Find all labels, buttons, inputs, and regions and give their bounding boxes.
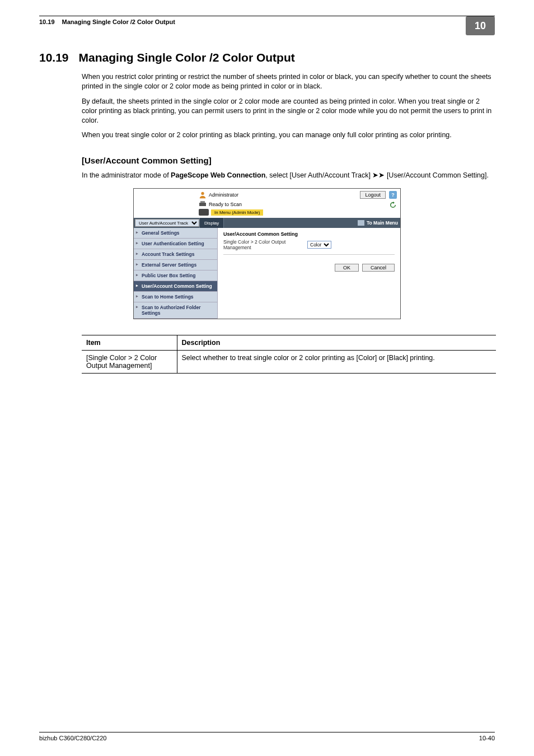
sidebar-item-general-settings[interactable]: General Settings [134, 228, 217, 239]
description-table: Item Description [Single Color > 2 Color… [82, 335, 496, 374]
sidebar-item-scan-to-home-settings[interactable]: Scan to Home Settings [134, 292, 217, 302]
table-cell-item: [Single Color > 2 Color Output Managemen… [82, 351, 177, 374]
lcd-icon [199, 209, 209, 216]
screenshot-panel: Administrator Logout ? Ready to Scan In … [133, 188, 401, 319]
table-header-description: Description [177, 335, 496, 351]
table-cell-description: Select whether to treat single color or … [177, 351, 496, 374]
body-paragraph: When you restrict color printing or rest… [82, 72, 495, 91]
svg-rect-2 [200, 201, 205, 203]
body-paragraph: By default, the sheets printed in the si… [82, 97, 495, 125]
sidebar-item-scan-to-authorized-folder-settings[interactable]: Scan to Authorized Folder Settings [134, 302, 217, 319]
sidebar-item-account-track-settings[interactable]: Account Track Settings [134, 249, 217, 260]
subsection-heading: [User/Account Common Setting] [82, 156, 495, 165]
h1-number: 10.19 [39, 51, 69, 64]
to-main-menu-label: To Main Menu [367, 220, 398, 226]
setting-row-label: Single Color > 2 Color Output Management [223, 239, 307, 250]
content-pane-title: User/Account Common Setting [223, 231, 395, 237]
help-icon[interactable]: ? [389, 191, 397, 199]
header-section-title: Managing Single Color /2 Color Output [62, 18, 175, 25]
color-output-select[interactable]: Color [307, 241, 331, 249]
logout-button[interactable]: Logout [360, 191, 386, 199]
body-paragraph: When you treat single color or 2 color p… [82, 130, 495, 140]
footer-model: bizhub C360/C280/C220 [39, 735, 106, 741]
sidebar-item-external-server-settings[interactable]: External Server Settings [134, 260, 217, 270]
to-main-menu-link[interactable]: To Main Menu [358, 220, 400, 226]
table-row: [Single Color > 2 Color Output Managemen… [82, 351, 496, 374]
footer-page-number: 10-40 [479, 735, 495, 741]
header-section-num: 10.19 [39, 18, 55, 25]
ready-status-text: Ready to Scan [209, 202, 242, 207]
h1-title: Managing Single Color /2 Color Output [79, 51, 295, 64]
chapter-badge: 10 [466, 16, 495, 35]
instruction-paragraph: In the administrator mode of PageScope W… [82, 171, 495, 180]
svg-point-0 [201, 192, 204, 195]
instruction-suffix: , select [User Auth/Account Track] ➤➤ [U… [265, 171, 489, 179]
sidebar-item-user-auth-setting[interactable]: User Authentication Setting [134, 239, 217, 249]
administrator-label: Administrator [209, 192, 238, 198]
sidebar-item-user-account-common-setting[interactable]: User/Account Common Setting [134, 281, 217, 292]
cancel-button[interactable]: Cancel [362, 264, 395, 272]
ok-button[interactable]: OK [335, 264, 359, 272]
settings-sidebar: General Settings User Authentication Set… [134, 228, 218, 319]
table-header-item: Item [82, 335, 177, 351]
instruction-prefix: In the administrator mode of [82, 171, 171, 179]
mode-indicator: In Menu (Admin Mode) [211, 209, 263, 216]
main-menu-icon [358, 220, 364, 226]
instruction-bold: PageScope Web Connection [171, 171, 265, 179]
printer-icon [199, 201, 207, 208]
administrator-icon [199, 191, 207, 199]
refresh-icon[interactable] [389, 201, 397, 209]
sidebar-item-public-user-box-setting[interactable]: Public User Box Setting [134, 270, 217, 281]
svg-rect-1 [199, 203, 206, 206]
tab-display[interactable]: Display [199, 218, 224, 228]
category-select[interactable]: User Auth/Account Track [135, 219, 199, 227]
